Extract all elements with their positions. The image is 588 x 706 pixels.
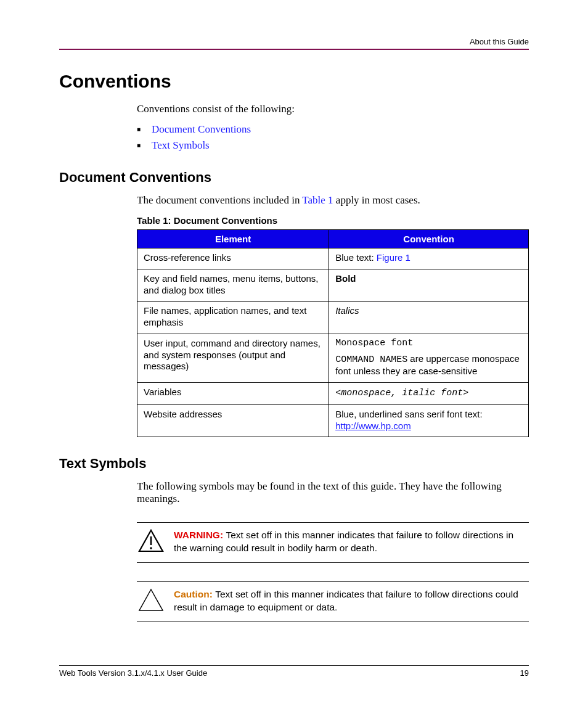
svg-point-1 [150,547,152,549]
link-table-1[interactable]: Table 1 [302,194,333,206]
table-row: User input, command and directory names,… [137,334,529,382]
heading-document-conventions: Document Conventions [59,170,529,186]
intro-link-list: Document Conventions Text Symbols [137,121,529,154]
link-text-symbols[interactable]: Text Symbols [152,139,210,151]
warning-block: WARNING: Text set off in this manner ind… [137,522,529,563]
document-conventions-table: Element Convention Cross-reference links… [137,229,529,437]
warning-icon [137,529,165,552]
table-caption: Table 1: Document Conventions [137,215,529,226]
table-row: Website addresses Blue, underlined sans … [137,404,529,437]
table-header-element: Element [137,230,329,248]
heading-conventions: Conventions [59,71,529,92]
footer-doc-title: Web Tools Version 3.1.x/4.1.x User Guide [59,668,207,678]
link-hp-url[interactable]: http://www.hp.com [335,421,411,431]
header-section-label: About this Guide [470,37,529,46]
caution-block: Caution: Text set off in this manner ind… [137,581,529,622]
link-figure-1[interactable]: Figure 1 [377,252,410,263]
text-symbols-intro: The following symbols may be found in th… [137,480,529,505]
page-footer: Web Tools Version 3.1.x/4.1.x User Guide… [59,665,529,678]
table-row: Cross-reference links Blue text: Figure … [137,248,529,269]
caution-icon [137,588,165,612]
table-row: Variables <monospace, italic font> [137,383,529,405]
link-document-conventions[interactable]: Document Conventions [152,123,251,135]
table-header-convention: Convention [329,230,529,248]
intro-text: Conventions consist of the following: [137,103,529,115]
warning-text: WARNING: Text set off in this manner ind… [174,529,529,555]
caution-text: Caution: Text set off in this manner ind… [174,588,529,614]
table-row: File names, application names, and text … [137,302,529,334]
page-header: About this Guide [59,37,529,50]
heading-text-symbols: Text Symbols [59,456,529,472]
doc-conv-intro: The document conventions included in Tab… [137,194,529,207]
footer-page-number: 19 [520,668,529,678]
table-row: Key and field names, menu items, buttons… [137,269,529,302]
